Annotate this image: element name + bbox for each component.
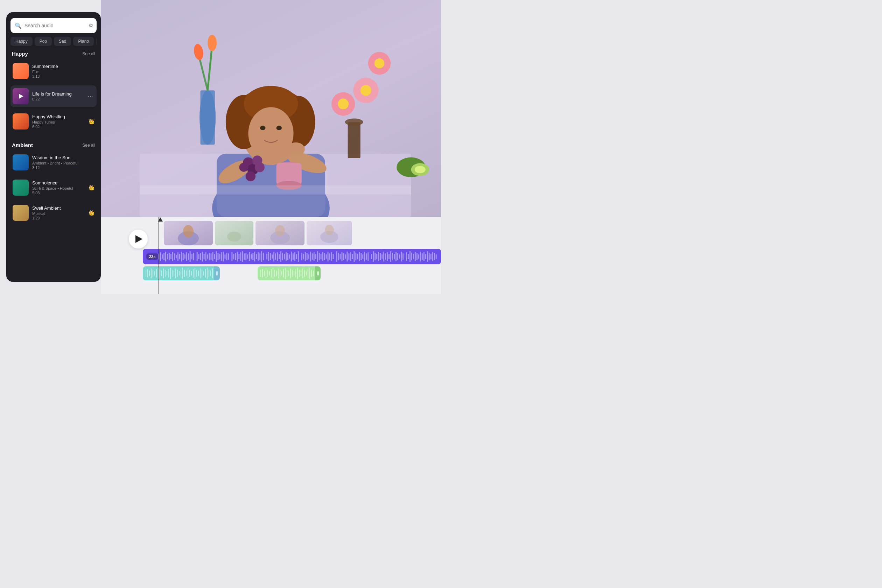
svg-rect-270 bbox=[297, 268, 298, 279]
svg-rect-249 bbox=[260, 270, 261, 277]
svg-rect-76 bbox=[198, 254, 200, 259]
ambient-see-all[interactable]: See all bbox=[82, 143, 95, 148]
tag-happy[interactable]: Happy bbox=[10, 37, 33, 46]
video-scene-svg bbox=[101, 0, 441, 217]
svg-rect-59 bbox=[167, 254, 168, 260]
svg-rect-203 bbox=[430, 254, 432, 260]
track-name-swell-ambient: Swell Ambient bbox=[32, 206, 85, 211]
svg-rect-173 bbox=[376, 254, 378, 260]
purple-waveform-track[interactable]: 22s bbox=[143, 249, 441, 264]
svg-rect-190 bbox=[408, 254, 409, 259]
svg-rect-193 bbox=[413, 254, 414, 260]
svg-rect-225 bbox=[177, 270, 178, 277]
svg-point-31 bbox=[415, 166, 426, 173]
svg-rect-211 bbox=[153, 270, 153, 277]
svg-rect-143 bbox=[321, 254, 322, 260]
svg-rect-268 bbox=[294, 271, 294, 276]
svg-rect-69 bbox=[184, 255, 186, 259]
clip-handle-teal[interactable] bbox=[214, 266, 220, 280]
svg-rect-220 bbox=[168, 269, 169, 278]
svg-rect-223 bbox=[174, 270, 174, 276]
svg-rect-78 bbox=[202, 252, 203, 261]
svg-rect-146 bbox=[326, 255, 327, 259]
svg-rect-278 bbox=[311, 270, 312, 277]
track-info-life-dreaming: Life is for Dreaming 0:22 bbox=[32, 92, 82, 101]
svg-rect-226 bbox=[179, 271, 180, 276]
filter-icon[interactable]: ⚙ bbox=[88, 22, 93, 29]
svg-rect-96 bbox=[235, 253, 236, 260]
track-thumb-wisdom bbox=[13, 154, 29, 171]
svg-rect-219 bbox=[166, 271, 167, 276]
track-art-happy-whistling bbox=[13, 113, 29, 129]
svg-rect-109 bbox=[258, 252, 259, 261]
svg-rect-132 bbox=[302, 253, 302, 260]
svg-rect-192 bbox=[411, 253, 412, 260]
svg-point-22 bbox=[345, 118, 363, 126]
svg-rect-152 bbox=[338, 253, 339, 260]
svg-rect-71 bbox=[188, 254, 189, 260]
happy-see-all[interactable]: See all bbox=[82, 51, 95, 56]
svg-rect-86 bbox=[216, 251, 217, 262]
svg-rect-56 bbox=[162, 255, 163, 259]
svg-rect-108 bbox=[256, 254, 257, 259]
audio-clip-green[interactable] bbox=[258, 266, 321, 280]
svg-rect-259 bbox=[278, 268, 279, 278]
track-info-swell-ambient: Swell Ambient Musical 1:29 bbox=[32, 206, 85, 220]
track-swell-ambient[interactable]: Swell Ambient Musical 1:29 👑 bbox=[10, 202, 97, 224]
svg-rect-134 bbox=[305, 252, 306, 261]
audio-clip-teal[interactable] bbox=[143, 266, 220, 280]
track-more-button[interactable]: ⋯ bbox=[86, 92, 94, 101]
svg-rect-63 bbox=[174, 254, 175, 260]
svg-rect-221 bbox=[170, 268, 171, 279]
svg-rect-276 bbox=[308, 269, 308, 278]
track-wisdom[interactable]: Wisdom in the Sun Ambient • Bright • Pea… bbox=[10, 152, 97, 173]
track-somnolence[interactable]: Somnolence Sci-fi & Space • Hopeful 5:03… bbox=[10, 177, 97, 198]
search-input[interactable] bbox=[24, 23, 86, 28]
clip-handle-green[interactable] bbox=[315, 266, 321, 280]
svg-rect-85 bbox=[214, 254, 215, 259]
svg-rect-97 bbox=[237, 252, 238, 261]
svg-rect-41 bbox=[140, 186, 411, 195]
svg-rect-279 bbox=[313, 270, 314, 276]
svg-rect-155 bbox=[344, 253, 344, 260]
play-button-timeline[interactable] bbox=[129, 230, 148, 249]
track-thumb-life-dreaming bbox=[13, 88, 29, 104]
svg-rect-107 bbox=[255, 252, 255, 261]
tag-jazz[interactable]: Jazz bbox=[96, 37, 97, 46]
svg-rect-280 bbox=[317, 271, 318, 276]
svg-rect-195 bbox=[417, 253, 417, 260]
svg-rect-87 bbox=[218, 253, 219, 260]
svg-rect-254 bbox=[269, 271, 270, 276]
svg-rect-182 bbox=[392, 253, 393, 260]
search-bar[interactable]: 🔍 ⚙ bbox=[10, 18, 97, 33]
svg-rect-171 bbox=[373, 251, 374, 262]
track-life-dreaming[interactable]: Life is for Dreaming 0:22 ⋯ bbox=[10, 86, 97, 107]
svg-rect-170 bbox=[371, 254, 372, 259]
svg-rect-145 bbox=[324, 253, 325, 260]
svg-rect-124 bbox=[286, 252, 286, 261]
track-summertime[interactable]: Summertime Film 3:13 bbox=[10, 60, 97, 82]
tag-sad[interactable]: Sad bbox=[54, 37, 71, 46]
tag-piano[interactable]: Piano bbox=[73, 37, 94, 46]
svg-rect-261 bbox=[281, 271, 282, 276]
svg-rect-157 bbox=[347, 252, 348, 261]
track-duration-happy-whistling: 6:02 bbox=[32, 124, 85, 129]
tag-pop[interactable]: Pop bbox=[34, 37, 52, 46]
svg-rect-142 bbox=[319, 253, 320, 260]
svg-rect-58 bbox=[165, 252, 166, 261]
svg-rect-215 bbox=[160, 270, 160, 277]
svg-rect-131 bbox=[298, 251, 299, 262]
svg-rect-55 bbox=[160, 252, 161, 261]
svg-rect-255 bbox=[271, 269, 272, 278]
svg-rect-247 bbox=[216, 271, 217, 276]
thumbnail-4 bbox=[307, 221, 352, 245]
svg-rect-213 bbox=[156, 269, 157, 278]
svg-rect-84 bbox=[213, 252, 213, 261]
svg-rect-212 bbox=[154, 271, 155, 276]
svg-rect-21 bbox=[348, 122, 360, 158]
svg-rect-151 bbox=[336, 251, 338, 262]
track-happy-whistling[interactable]: Happy Whistling Happy Tunes 6:02 👑 bbox=[10, 111, 97, 132]
svg-rect-115 bbox=[270, 253, 271, 260]
svg-rect-137 bbox=[310, 252, 311, 261]
svg-rect-156 bbox=[345, 255, 346, 259]
